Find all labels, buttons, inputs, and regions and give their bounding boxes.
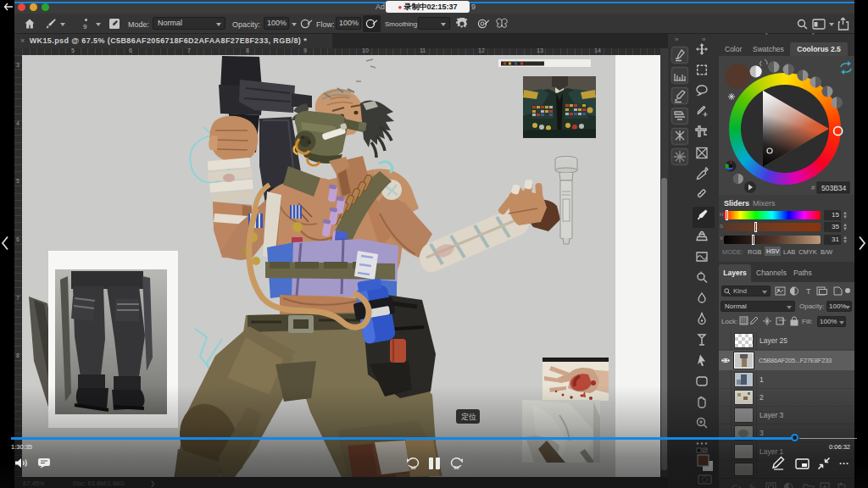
svg-text:10: 10	[410, 465, 416, 470]
svg-text:Sliders: Sliders	[724, 199, 749, 208]
svg-text:#: #	[811, 184, 815, 191]
svg-text:fx: fx	[749, 483, 756, 488]
svg-text:30: 30	[453, 465, 459, 470]
svg-text:503B34: 503B34	[821, 184, 847, 192]
svg-text:Mixers: Mixers	[753, 199, 776, 208]
svg-text:定位: 定位	[461, 413, 476, 421]
svg-text:T: T	[806, 287, 811, 296]
